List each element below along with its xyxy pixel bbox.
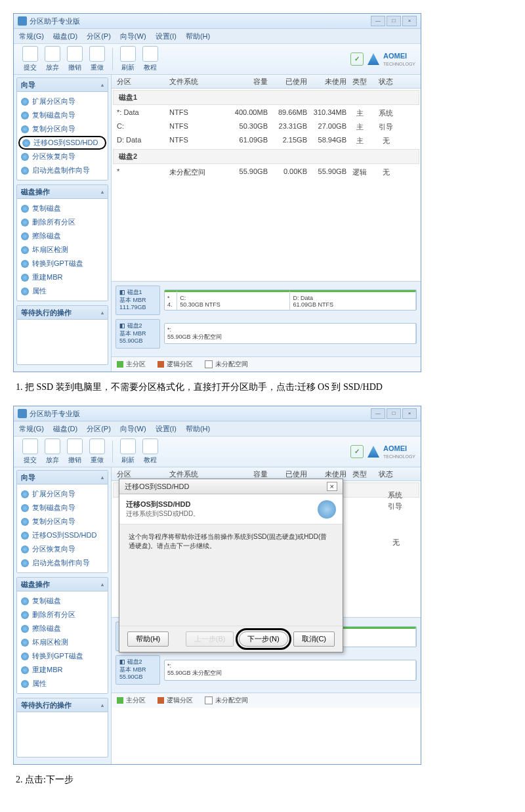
- bullet-icon: [21, 125, 29, 133]
- app-icon: [18, 16, 27, 26]
- legend-primary-icon: [117, 361, 123, 368]
- tb-refresh[interactable]: 刷新: [117, 46, 139, 72]
- bullet-icon: [21, 167, 29, 175]
- table-row[interactable]: *: DataNTFS400.00MB89.66MB310.34MB主系统: [112, 106, 421, 120]
- dialog-header-icon: [318, 500, 336, 519]
- tutorial-icon: [142, 46, 158, 62]
- menu-settings[interactable]: 设置(I): [156, 32, 177, 41]
- menu-disk[interactable]: 磁盘(D): [53, 32, 77, 41]
- disk1-header: 磁盘1: [113, 90, 419, 105]
- op-properties[interactable]: 属性: [18, 284, 106, 298]
- dialog-close-button[interactable]: ×: [327, 482, 337, 491]
- separator: [112, 48, 113, 70]
- bullet-icon: [21, 205, 29, 213]
- toolbar: 提交 放弃 撤销 重做 刷新 教程 ✓AOMEITECHNOLOGY: [14, 437, 421, 467]
- disk1-label: ◧ 磁盘1 基本 MBR 111.79GB: [116, 286, 160, 315]
- legend-unalloc-icon: [205, 360, 213, 368]
- seg-unalloc[interactable]: *:55.90GB 未分配空间: [165, 324, 416, 343]
- tb-tutorial[interactable]: 教程: [139, 46, 161, 72]
- app-window-1: 分区助手专业版 — □ × 常规(G) 磁盘(D) 分区(P) 向导(W) 设置…: [13, 13, 421, 372]
- menu-partition[interactable]: 分区(P): [87, 32, 111, 41]
- bullet-icon: [21, 219, 29, 226]
- titlebar: 分区助手专业版 —□×: [14, 406, 421, 421]
- bullet-icon: [21, 246, 29, 254]
- wizard-copy-disk[interactable]: 复制磁盘向导: [18, 108, 106, 122]
- tb-redo[interactable]: 重做: [86, 46, 108, 72]
- table-row[interactable]: C:NTFS50.30GB23.31GB27.00GB主引导: [112, 120, 421, 134]
- op-convert-gpt[interactable]: 转换到GPT磁盘: [18, 257, 106, 270]
- op-copy-disk[interactable]: 复制磁盘: [18, 202, 106, 215]
- cancel-button[interactable]: 取消(C): [293, 631, 335, 647]
- wizard-recover[interactable]: 分区恢复向导: [18, 150, 106, 163]
- wizard-extend[interactable]: 扩展分区向导: [18, 95, 106, 108]
- disk-bars: ◧ 磁盘1 基本 MBR 111.79GB *4. C:50.30GB NTFS…: [112, 281, 421, 356]
- wizard-panel: 向导▴ 扩展分区向导 复制磁盘向导 复制分区向导 迁移OS到SSD/HDD 分区…: [16, 77, 108, 181]
- brand-logo-icon: [368, 53, 379, 65]
- menu-wizard[interactable]: 向导(W): [120, 32, 146, 41]
- disk2-bar[interactable]: *:55.90GB 未分配空间: [164, 323, 417, 344]
- app-title: 分区助手专业版: [30, 409, 80, 419]
- seg-c[interactable]: C:50.30GB NTFS: [177, 290, 290, 310]
- disk2-label: ◧ 磁盘2 基本 MBR 55.90GB: [116, 319, 160, 349]
- bullet-icon: [21, 98, 29, 106]
- instruction-1: 1. 把 SSD 装到电脑里，不需要分区格式化，直接打开分区助手，点击:迁移 O…: [16, 380, 509, 394]
- toolbar: 提交 放弃 撤销 重做 刷新 教程 ✓ AOMEITECHNOLOGY: [14, 44, 421, 75]
- legend-logical-icon: [158, 361, 164, 368]
- table-row[interactable]: *未分配空间55.90GB0.00KB55.90GB逻辑无: [112, 165, 421, 179]
- bullet-icon: [21, 232, 29, 240]
- check-icon: ✓: [350, 53, 364, 66]
- wizard-bootdisk[interactable]: 启动光盘制作向导: [18, 163, 106, 177]
- menu-general[interactable]: 常规(G): [19, 32, 44, 41]
- bullet-icon: [21, 274, 29, 282]
- menubar: 常规(G)磁盘(D)分区(P)向导(W)设置(I)帮助(H): [14, 421, 421, 437]
- dialog-heading: 迁移OS到SSD/HDD: [126, 500, 200, 509]
- close-button[interactable]: ×: [402, 408, 417, 419]
- next-button[interactable]: 下一步(N): [239, 631, 287, 647]
- op-delete-all[interactable]: 删除所有分区: [18, 215, 106, 229]
- collapse-icon[interactable]: ▴: [101, 310, 104, 316]
- disk2-header: 磁盘2: [113, 149, 419, 164]
- redo-icon: [89, 46, 105, 62]
- menu-help[interactable]: 帮助(H): [186, 32, 210, 41]
- bullet-icon: [21, 153, 29, 161]
- wizard-copy-partition[interactable]: 复制分区向导: [18, 122, 106, 136]
- main-area: 分区 文件系统 容量 已使用 未使用 类型 状态 磁盘1 *: DataNTFS…: [112, 75, 421, 372]
- close-button[interactable]: ×: [402, 16, 417, 26]
- bullet-icon: [21, 288, 29, 295]
- app-window-2: 分区助手专业版 —□× 常规(G)磁盘(D)分区(P)向导(W)设置(I)帮助(…: [13, 406, 421, 765]
- bullet-icon: [21, 112, 29, 119]
- wizard-migrate-os[interactable]: 迁移OS到SSD/HDD: [18, 136, 106, 150]
- collapse-icon[interactable]: ▴: [101, 189, 104, 195]
- tb-discard[interactable]: 放弃: [41, 46, 64, 72]
- app-title: 分区助手专业版: [30, 16, 80, 26]
- maximize-button[interactable]: □: [387, 16, 401, 26]
- op-wipe-disk[interactable]: 擦除磁盘: [18, 229, 106, 243]
- op-rebuild-mbr[interactable]: 重建MBR: [18, 270, 106, 284]
- dialog-buttons: 帮助(H) 上一步(B) 下一步(N) 取消(C): [119, 626, 343, 652]
- dialog-titlebar: 迁移OS到SSD/HDD ×: [119, 479, 343, 494]
- tb-undo[interactable]: 撤销: [64, 46, 86, 72]
- commit-icon: [22, 46, 38, 62]
- instruction-2: 2. 点击:下一步: [16, 773, 509, 786]
- minimize-button[interactable]: —: [371, 16, 385, 26]
- brand: ✓ AOMEITECHNOLOGY: [350, 52, 415, 67]
- discard-icon: [45, 46, 60, 62]
- refresh-icon: [120, 46, 136, 62]
- tb-commit[interactable]: 提交: [19, 46, 41, 72]
- seg-d[interactable]: D: Data61.09GB NTFS: [290, 290, 416, 310]
- seg-hidden[interactable]: *4.: [165, 290, 177, 310]
- disk1-bar[interactable]: *4. C:50.30GB NTFS D: Data61.09GB NTFS: [164, 289, 417, 310]
- minimize-button[interactable]: —: [371, 408, 385, 419]
- help-button[interactable]: 帮助(H): [127, 631, 169, 647]
- collapse-icon[interactable]: ▴: [101, 82, 104, 88]
- bullet-icon: [21, 260, 29, 268]
- op-bad-sector[interactable]: 坏扇区检测: [18, 243, 106, 257]
- maximize-button[interactable]: □: [387, 408, 401, 419]
- app-icon: [18, 409, 27, 418]
- sidebar: 向导▴ 扩展分区向导 复制磁盘向导 复制分区向导 迁移OS到SSD/HDD 分区…: [14, 75, 112, 372]
- table-row[interactable]: D: DataNTFS61.09GB2.15GB58.94GB主无: [112, 134, 421, 148]
- dialog-body: 这个向导程序将帮助你迁移当前操作系统到SSD(固态硬盘)或HDD(普通硬盘)。请…: [119, 524, 343, 626]
- menubar: 常规(G) 磁盘(D) 分区(P) 向导(W) 设置(I) 帮助(H): [14, 29, 421, 44]
- titlebar: 分区助手专业版 — □ ×: [14, 14, 421, 29]
- prev-button[interactable]: 上一步(B): [186, 631, 234, 647]
